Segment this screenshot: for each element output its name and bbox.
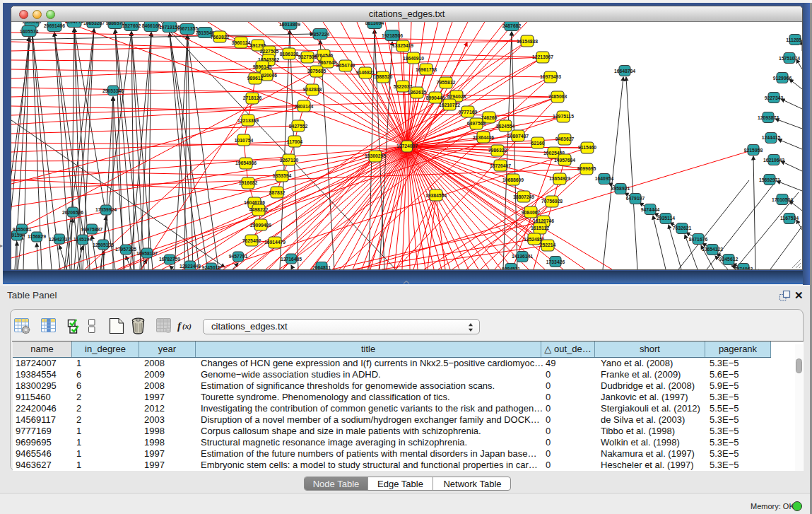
svg-text:9104774: 9104774 — [65, 22, 84, 24]
svg-text:8186328: 8186328 — [280, 52, 299, 57]
svg-text:3267130: 3267130 — [280, 158, 299, 163]
svg-text:7632621: 7632621 — [673, 226, 692, 230]
svg-text:17957225: 17957225 — [115, 247, 136, 252]
svg-text:10958107: 10958107 — [136, 251, 158, 256]
svg-text:18724007: 18724007 — [396, 144, 418, 148]
svg-text:9474444: 9474444 — [641, 207, 660, 212]
svg-text:29053346: 29053346 — [102, 88, 124, 93]
svg-text:6479197: 6479197 — [626, 196, 645, 201]
svg-text:10807487: 10807487 — [507, 134, 529, 139]
svg-text:12213369: 12213369 — [237, 118, 259, 123]
svg-text:8466160: 8466160 — [142, 23, 161, 28]
svg-text:2227505: 2227505 — [260, 49, 279, 54]
svg-text:15751074: 15751074 — [779, 56, 800, 61]
svg-text:7986322: 7986322 — [488, 148, 507, 153]
svg-text:3875685: 3875685 — [307, 69, 326, 74]
svg-text:8427552: 8427552 — [289, 124, 308, 129]
svg-text:70756928: 70756928 — [541, 199, 563, 204]
svg-text:18300295: 18300295 — [365, 153, 386, 158]
svg-text:2487682: 2487682 — [502, 23, 522, 28]
svg-text:13975115: 13975115 — [553, 114, 574, 119]
svg-text:1640954: 1640954 — [595, 176, 614, 181]
svg-text:4498222: 4498222 — [249, 207, 269, 212]
svg-text:2718126: 2718126 — [243, 95, 262, 100]
svg-text:8471676: 8471676 — [689, 237, 708, 242]
svg-text:7485063: 7485063 — [548, 94, 567, 99]
svg-text:9242848: 9242848 — [303, 87, 322, 92]
svg-text:989612: 989612 — [247, 76, 264, 81]
svg-text:1167534: 1167534 — [780, 216, 799, 221]
svg-text:1527602: 1527602 — [122, 23, 141, 28]
svg-text:19218506: 19218506 — [382, 33, 403, 38]
svg-text:1010754: 1010754 — [235, 138, 254, 143]
svg-text:7625402: 7625402 — [242, 238, 261, 243]
svg-text:9245612: 9245612 — [719, 257, 739, 262]
svg-text:1405574: 1405574 — [20, 29, 39, 34]
svg-text:9463627: 9463627 — [555, 136, 575, 141]
svg-text:1112854: 1112854 — [786, 37, 802, 42]
svg-text:14957684: 14957684 — [554, 158, 575, 163]
svg-text:18807249: 18807249 — [513, 194, 534, 199]
svg-text:746266: 746266 — [481, 115, 498, 120]
svg-text:19654936: 19654936 — [235, 160, 257, 165]
svg-text:9129966: 9129966 — [773, 76, 792, 81]
svg-text:20691406: 20691406 — [44, 23, 65, 28]
svg-text:1588520: 1588520 — [374, 74, 393, 79]
svg-text:3960124: 3960124 — [232, 40, 251, 45]
svg-text:8974063: 8974063 — [734, 267, 753, 269]
svg-text:16914479: 16914479 — [264, 240, 286, 245]
svg-text:12942737: 12942737 — [49, 237, 70, 242]
svg-text:9115460: 9115460 — [578, 145, 596, 150]
svg-text:2064811: 2064811 — [312, 265, 331, 269]
svg-text:7955812: 7955812 — [437, 80, 456, 85]
svg-text:117004: 117004 — [287, 139, 303, 144]
svg-text:1916682: 1916682 — [239, 180, 258, 185]
svg-text:16648784: 16648784 — [614, 69, 635, 74]
svg-text:16013809: 16013809 — [279, 22, 300, 27]
svg-text:9457791: 9457791 — [229, 254, 248, 259]
svg-text:2355083: 2355083 — [23, 22, 42, 24]
svg-text:29099489: 29099489 — [250, 223, 271, 228]
svg-text:1145194: 1145194 — [73, 237, 92, 242]
svg-text:12213967: 12213967 — [532, 54, 553, 59]
svg-text:1244415: 1244415 — [762, 135, 781, 140]
svg-text:887832: 887832 — [269, 190, 286, 195]
svg-text:16210643: 16210643 — [763, 158, 784, 163]
svg-text:12923448: 12923448 — [180, 264, 201, 269]
svg-text:10671355: 10671355 — [177, 26, 198, 31]
svg-text:9227343: 9227343 — [765, 95, 784, 100]
svg-text:5322037: 5322037 — [394, 84, 413, 89]
svg-text:8958921: 8958921 — [611, 186, 630, 191]
svg-text:12093872: 12093872 — [758, 115, 779, 120]
svg-text:10653287: 10653287 — [83, 22, 105, 25]
svg-text:18640910: 18640910 — [403, 56, 424, 61]
svg-text:10688609: 10688609 — [502, 177, 524, 182]
svg-text:15692971: 15692971 — [759, 177, 780, 182]
svg-text:16154838: 16154838 — [517, 39, 538, 44]
svg-text:8990448: 8990448 — [426, 95, 445, 100]
svg-text:14136141: 14136141 — [512, 254, 533, 259]
svg-text:16961758: 16961758 — [416, 67, 437, 72]
svg-text:9777169: 9777169 — [459, 110, 478, 115]
svg-text:21364436: 21364436 — [473, 135, 494, 140]
svg-text:2803144: 2803144 — [295, 104, 314, 109]
svg-text:8813094: 8813094 — [365, 22, 384, 25]
svg-text:16210722: 16210722 — [439, 103, 460, 107]
svg-text:1733426: 1733426 — [546, 259, 565, 264]
svg-text:9146821: 9146821 — [356, 70, 375, 75]
svg-text:7663822: 7663822 — [211, 35, 230, 40]
svg-text:1156829: 1156829 — [28, 234, 46, 239]
svg-text:16782759: 16782759 — [159, 257, 180, 262]
svg-text:3624554: 3624554 — [496, 124, 515, 129]
svg-text:7857224: 7857224 — [311, 32, 330, 37]
svg-text:17010504: 17010504 — [772, 197, 793, 202]
svg-text:9355081: 9355081 — [13, 227, 32, 232]
svg-text:f: f — [177, 320, 182, 332]
svg-text:20206576: 20206576 — [62, 210, 83, 215]
svg-text:2935114: 2935114 — [657, 216, 675, 221]
svg-text:15720407: 15720407 — [490, 163, 511, 168]
svg-text:6794028: 6794028 — [447, 94, 466, 99]
svg-text:9284511: 9284511 — [502, 267, 520, 269]
svg-text:8454749: 8454749 — [336, 63, 355, 68]
svg-text:9699695: 9699695 — [577, 166, 596, 171]
